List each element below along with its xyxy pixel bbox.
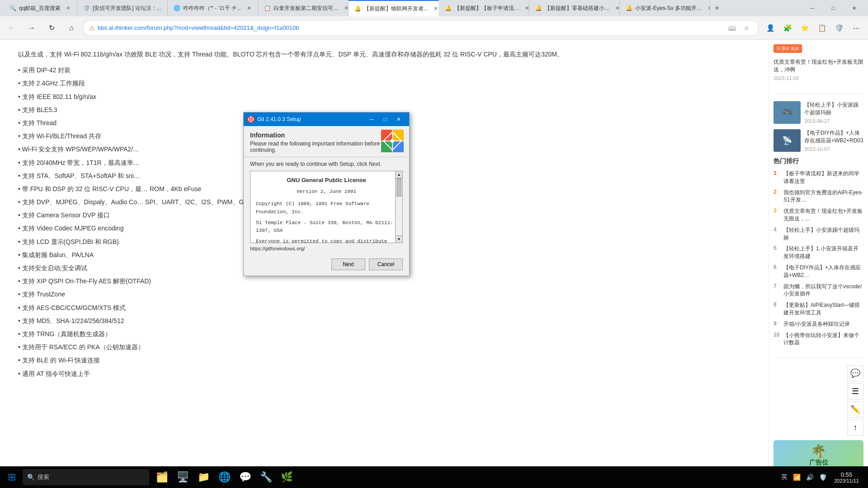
hot-rank-6: 7 [774,283,781,289]
tab-5-active[interactable]: 🔔 【新提醒】物联网开发者... ✕ [349,0,439,16]
tab-7-close[interactable]: ✕ [614,4,620,12]
license-version: Version 2, June 1991 [256,188,397,196]
article-date-1: 2023-10-07 [804,146,863,152]
dialog-minimize-button[interactable]: ─ [365,113,378,126]
hot-item-5[interactable]: 6 【电子DIY作品】+人体存在感应器+WB2… [774,264,863,279]
back-button[interactable]: ← [4,20,20,36]
taskbar-app-desktop[interactable]: 🖥️ [173,467,193,487]
tab-1-close[interactable]: ✕ [65,4,71,12]
bullet-2: 支持 IEEE 802.11 b/g/n/ax [18,91,750,103]
tab-2-favicon: 🛡️ [83,5,90,12]
bullet-19: 支持 MD5、SHA-1/224/256/384/512 [18,315,750,327]
comment-float-btn[interactable]: 💬 [847,365,863,381]
article-card-0[interactable]: 🎮 【轻松上手】小安派踢个超级玛丽 2023-09-27 [774,101,863,124]
dialog-body: When you are ready to continue with Setu… [244,157,409,254]
tab-8[interactable]: 🔔 小安派-Eyes-Sx 多功能开… ✕ [620,0,710,16]
desktop-icon: 🖥️ [177,471,189,483]
tab-6[interactable]: 🔔 【新提醒】【板子申请流… ✕ [439,0,529,16]
git-logo-large [381,130,404,154]
taskbar-app-wechat[interactable]: 💬 [235,467,255,487]
minimize-button[interactable]: ─ [802,0,823,16]
shield-icon[interactable]: 🛡️ [817,472,829,483]
taskbar-app-file-explorer[interactable]: 🗂️ [152,467,172,487]
git-setup-dialog: Git 2.41.0.3 Setup ─ □ ✕ Information Ple… [243,112,410,276]
next-button[interactable]: Next [331,258,365,270]
tab-6-close[interactable]: ✕ [524,4,529,12]
network-icon[interactable]: 📶 [791,472,802,483]
license-text-box[interactable]: GNU General Public License Version 2, Ju… [250,171,403,243]
tab-5-close[interactable]: ✕ [433,5,439,13]
start-icon: ⊞ [8,471,16,483]
taskbar-app-git[interactable]: 🌿 [277,467,297,487]
tab-7[interactable]: 🔔 【新提醒】零基础搭建小… ✕ [529,0,620,16]
dialog-instruction: When you are ready to continue with Setu… [250,161,403,167]
hot-item-8[interactable]: 9 开箱/小安派及各种踩坑记录 [774,320,863,328]
keyboard-lang-icon[interactable]: 英 [779,471,789,483]
scroll-up-button[interactable]: ▲ [396,171,402,178]
article-card-1[interactable]: 📡 【电子DIY作品】+人体存在感应器+WB2+RD03 2023-10-07 [774,129,863,152]
tab-3-close[interactable]: ✕ [246,4,252,12]
tab-3[interactable]: 🌐 咋咋咋咋（*' - 'ロ千 チ... ✕ [168,0,258,16]
tab-2[interactable]: 🛡️ [安信可开发团队] 论坛注：... ✕ [77,0,168,16]
taskbar-app-vscode[interactable]: 🔧 [256,467,276,487]
address-input-wrap[interactable]: ⚠ bbs.ai-thinker.com/forum.php?mod=viewt… [83,20,759,36]
refresh-button[interactable]: ↻ [43,20,60,36]
bookmark-icon[interactable]: ☆ [740,22,753,34]
share-badge: 分享6 淘米 [774,44,802,53]
reader-view-icon[interactable]: 📖 [726,22,738,34]
tab-4-close[interactable]: ✕ [343,4,349,12]
top-float-btn[interactable]: ↑ [847,419,863,436]
taskbar-app-folder[interactable]: 📁 [193,467,213,487]
list-float-btn[interactable]: ☰ [847,383,863,399]
featured-title[interactable]: 优质文章有赏！现金红包+开发板无限送，冲啊 [774,58,863,74]
taskbar-search[interactable]: 🔍 搜索 [23,469,149,485]
settings-icon[interactable]: ⋯ [848,20,864,36]
edit-float-btn[interactable]: ✏️ [847,401,863,418]
home-button[interactable]: ⌂ [63,20,80,36]
scroll-down-button[interactable]: ▼ [396,235,402,243]
maximize-button[interactable]: □ [823,0,844,16]
volume-icon[interactable]: 🔊 [804,472,816,483]
hot-rank-9: 10 [774,332,781,338]
license-content: GNU General Public License Version 2, Ju… [250,171,402,243]
hot-rank-2: 3 [774,207,781,214]
new-tab-button[interactable]: + [710,4,724,13]
hot-item-1[interactable]: 2 我也领到官方免费送的AiPi-Eyes-S1开发… [774,189,863,204]
taskbar-app-edge[interactable]: 🌐 [214,467,234,487]
scroll-track[interactable] [396,178,402,235]
intro-paragraph: 以及生成，支持 Wi-Fi 802.11b/g/n/ax 功效限 BLE 功况，… [18,49,750,60]
favorites-icon[interactable]: ⭐ [797,20,813,36]
license-scrollbar[interactable]: ▲ ▼ [395,171,402,243]
hot-item-7[interactable]: 8 【更新贴】AiPiEasyStart—键搭建开发环境工具 [774,301,863,317]
hot-item-6[interactable]: 7 因为懒，所以我写了这个vscode/小安派插件 [774,283,863,298]
toolbar-icons: 👤 🧩 ⭐ 📋 🛡️ ⋯ [762,20,864,36]
license-link[interactable]: https://gitforwindows.org/ [250,245,403,252]
browser-essentials-icon[interactable]: 🛡️ [831,20,847,36]
scroll-thumb[interactable] [396,178,401,197]
bullet-20: 支持 TRNG（真随机数生成器） [18,328,750,340]
hot-item-0[interactable]: 1 【板子申请流程】新进来的同学请看这里 [774,170,863,185]
tab-1[interactable]: 🔍 qq邮箱_百度搜索 ✕ [4,0,77,16]
tab-4[interactable]: 📋 白拿开发板第二期安信可… ✕ [258,0,349,16]
hot-rank-7: 8 [774,301,781,308]
close-button[interactable]: ✕ [844,0,864,16]
hot-item-4[interactable]: 5 【轻松上手】1.小安派开箱及开发环境搭建 [774,245,863,260]
start-button[interactable]: ⊞ [2,467,22,487]
cancel-button[interactable]: Cancel [369,258,403,270]
profile-icon[interactable]: 👤 [762,20,778,36]
system-clock[interactable]: 0:55 2023/11/11 [830,469,863,485]
hot-item-9[interactable]: 10 【小熊带你玩转小安派】来做个计数器 [774,332,863,347]
article-info-1: 【电子DIY作品】+人体存在感应器+WB2+RD03 2023-10-07 [804,129,863,152]
dialog-maximize-button[interactable]: □ [378,113,392,126]
hot-text-8: 开箱/小安派及各种踩坑记录 [783,320,850,328]
collections-icon[interactable]: 📋 [814,20,830,36]
hot-item-3[interactable]: 4 【轻松上手】小安派踢个超级玛丽 [774,226,863,242]
dialog-close-button[interactable]: ✕ [392,113,406,126]
right-sidebar: 分享6 淘米 优质文章有赏！现金红包+开发板无限送，冲啊 2023-11-02 … [769,40,868,466]
folder-icon: 📁 [198,471,210,483]
tab-8-close[interactable]: ✕ [707,4,710,12]
hot-item-2[interactable]: 3 优质文章有赏！现金红包+开发板无限送，… [774,207,863,223]
extension-icon[interactable]: 🧩 [779,20,796,36]
forward-button[interactable]: → [24,20,40,36]
bullet-22: 支持 BLE 的 Wi-Fi 快速连接 [18,355,750,366]
